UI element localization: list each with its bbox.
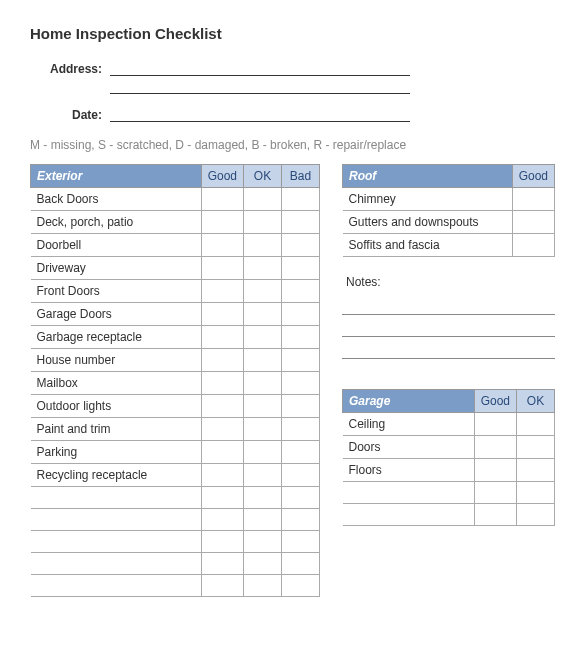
check-cell[interactable] — [282, 418, 320, 441]
check-cell[interactable] — [474, 459, 516, 482]
check-cell[interactable] — [282, 575, 320, 597]
check-cell[interactable] — [517, 459, 555, 482]
check-cell[interactable] — [201, 575, 243, 597]
check-cell[interactable] — [201, 441, 243, 464]
check-cell[interactable] — [244, 211, 282, 234]
item-label — [31, 575, 202, 597]
check-cell[interactable] — [282, 326, 320, 349]
check-cell[interactable] — [282, 553, 320, 575]
check-cell[interactable] — [201, 211, 243, 234]
notes-line[interactable] — [342, 339, 555, 359]
check-cell[interactable] — [201, 234, 243, 257]
date-lines[interactable] — [110, 106, 555, 124]
garage-table: Garage Good OK CeilingDoorsFloors — [342, 389, 555, 526]
check-cell[interactable] — [244, 487, 282, 509]
check-cell[interactable] — [282, 464, 320, 487]
notes-line[interactable] — [342, 317, 555, 337]
check-cell[interactable] — [517, 482, 555, 504]
col-good: Good — [201, 165, 243, 188]
table-row — [31, 487, 320, 509]
check-cell[interactable] — [474, 482, 516, 504]
check-cell[interactable] — [244, 575, 282, 597]
check-cell[interactable] — [244, 280, 282, 303]
check-cell[interactable] — [474, 413, 516, 436]
item-label: Garage Doors — [31, 303, 202, 326]
check-cell[interactable] — [201, 280, 243, 303]
check-cell[interactable] — [474, 436, 516, 459]
table-row: Recycling receptacle — [31, 464, 320, 487]
check-cell[interactable] — [244, 372, 282, 395]
check-cell[interactable] — [282, 303, 320, 326]
table-row — [343, 482, 555, 504]
check-cell[interactable] — [201, 188, 243, 211]
item-label: Soffits and fascia — [343, 234, 513, 257]
check-cell[interactable] — [244, 441, 282, 464]
address-lines[interactable] — [110, 60, 555, 96]
col-good: Good — [474, 390, 516, 413]
garage-header: Garage — [343, 390, 475, 413]
check-cell[interactable] — [201, 395, 243, 418]
check-cell[interactable] — [517, 413, 555, 436]
check-cell[interactable] — [201, 509, 243, 531]
exterior-table: Exterior Good OK Bad Back DoorsDeck, por… — [30, 164, 320, 597]
check-cell[interactable] — [201, 464, 243, 487]
check-cell[interactable] — [201, 349, 243, 372]
check-cell[interactable] — [282, 531, 320, 553]
item-label: Recycling receptacle — [31, 464, 202, 487]
check-cell[interactable] — [282, 188, 320, 211]
check-cell[interactable] — [282, 257, 320, 280]
item-label: Garbage receptacle — [31, 326, 202, 349]
notes-line[interactable] — [342, 295, 555, 315]
roof-header: Roof — [343, 165, 513, 188]
check-cell[interactable] — [244, 326, 282, 349]
check-cell[interactable] — [282, 211, 320, 234]
check-cell[interactable] — [512, 188, 554, 211]
check-cell[interactable] — [201, 257, 243, 280]
check-cell[interactable] — [201, 418, 243, 441]
check-cell[interactable] — [517, 504, 555, 526]
item-label: Mailbox — [31, 372, 202, 395]
check-cell[interactable] — [282, 441, 320, 464]
col-good: Good — [512, 165, 554, 188]
check-cell[interactable] — [512, 211, 554, 234]
date-label: Date: — [30, 106, 110, 122]
item-label: House number — [31, 349, 202, 372]
check-cell[interactable] — [244, 464, 282, 487]
check-cell[interactable] — [201, 303, 243, 326]
col-bad: Bad — [282, 165, 320, 188]
check-cell[interactable] — [244, 553, 282, 575]
check-cell[interactable] — [244, 188, 282, 211]
check-cell[interactable] — [244, 418, 282, 441]
check-cell[interactable] — [282, 509, 320, 531]
item-label — [31, 553, 202, 575]
check-cell[interactable] — [282, 349, 320, 372]
check-cell[interactable] — [244, 257, 282, 280]
table-row: Garage Doors — [31, 303, 320, 326]
check-cell[interactable] — [201, 487, 243, 509]
item-label: Doorbell — [31, 234, 202, 257]
check-cell[interactable] — [282, 487, 320, 509]
table-row: Mailbox — [31, 372, 320, 395]
check-cell[interactable] — [282, 372, 320, 395]
check-cell[interactable] — [244, 531, 282, 553]
check-cell[interactable] — [201, 553, 243, 575]
check-cell[interactable] — [474, 504, 516, 526]
check-cell[interactable] — [244, 303, 282, 326]
roof-table: Roof Good ChimneyGutters and downspoutsS… — [342, 164, 555, 257]
check-cell[interactable] — [244, 234, 282, 257]
check-cell[interactable] — [282, 280, 320, 303]
check-cell[interactable] — [282, 234, 320, 257]
check-cell[interactable] — [517, 436, 555, 459]
check-cell[interactable] — [201, 372, 243, 395]
check-cell[interactable] — [244, 349, 282, 372]
item-label — [343, 482, 475, 504]
check-cell[interactable] — [201, 531, 243, 553]
check-cell[interactable] — [512, 234, 554, 257]
table-row — [31, 575, 320, 597]
check-cell[interactable] — [244, 509, 282, 531]
check-cell[interactable] — [244, 395, 282, 418]
table-row: Doorbell — [31, 234, 320, 257]
check-cell[interactable] — [282, 395, 320, 418]
item-label: Chimney — [343, 188, 513, 211]
check-cell[interactable] — [201, 326, 243, 349]
